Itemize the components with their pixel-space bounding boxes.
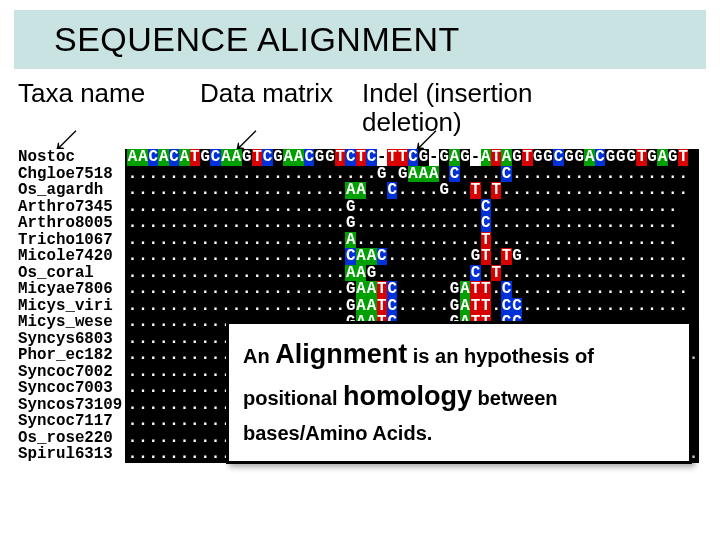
sequence-cell: . <box>439 248 449 265</box>
sequence-cell: . <box>335 248 345 265</box>
sequence-cell: G <box>345 298 355 315</box>
sequence-cell: . <box>148 199 158 216</box>
sequence-cell: . <box>533 265 543 282</box>
sequence-cell: . <box>210 182 220 199</box>
sequence-cell: . <box>190 430 200 447</box>
sequence-cell: . <box>501 232 511 249</box>
sequence-cell: . <box>512 281 522 298</box>
sequence-cell: . <box>605 298 615 315</box>
sequence-cell: . <box>335 166 345 183</box>
sequence-cell: A <box>449 149 459 166</box>
sequence-cell: . <box>657 265 667 282</box>
sequence-cell: . <box>553 199 563 216</box>
sequence-cell: . <box>200 265 210 282</box>
sequence-cell: A <box>345 182 355 199</box>
sequence-cell: . <box>366 166 376 183</box>
definition-line-3: bases/Amino Acids. <box>243 418 675 449</box>
sequence-cell: C <box>501 281 511 298</box>
sequence-cell: . <box>553 265 563 282</box>
sequence-cell: . <box>616 166 626 183</box>
sequence-cell: A <box>356 281 366 298</box>
sequence-cell: . <box>242 215 252 232</box>
sequence-cell: . <box>584 248 594 265</box>
sequence-cell: . <box>325 166 335 183</box>
taxa-name: Arthro7345 <box>18 199 122 216</box>
sequence-cell: . <box>242 199 252 216</box>
sequence-cell: . <box>356 199 366 216</box>
sequence-cell: . <box>657 199 667 216</box>
sequence-cell: . <box>657 248 667 265</box>
sequence-cell: . <box>158 199 168 216</box>
sequence-row: .....................G............C.....… <box>127 199 698 216</box>
sequence-cell: . <box>127 446 137 463</box>
sequence-cell: . <box>200 215 210 232</box>
sequence-cell: . <box>512 199 522 216</box>
sequence-cell: . <box>460 182 470 199</box>
sequence-cell: . <box>491 166 501 183</box>
sequence-cell: C <box>262 149 272 166</box>
sequence-cell: . <box>584 265 594 282</box>
sequence-cell: . <box>200 281 210 298</box>
sequence-cell: . <box>210 430 220 447</box>
sequence-cell: . <box>242 166 252 183</box>
sequence-cell: . <box>127 331 137 348</box>
sequence-cell: . <box>470 215 480 232</box>
sequence-cell: . <box>668 298 678 315</box>
sequence-cell: . <box>294 281 304 298</box>
sequence-cell: . <box>647 298 657 315</box>
sequence-cell: . <box>491 248 501 265</box>
taxa-name: Nostoc <box>18 149 122 166</box>
sequence-cell: . <box>522 265 532 282</box>
sequence-cell: A <box>657 149 667 166</box>
sequence-cell: . <box>449 248 459 265</box>
sequence-cell: . <box>449 265 459 282</box>
sequence-cell: . <box>158 446 168 463</box>
sequence-cell: . <box>294 166 304 183</box>
sequence-cell: G <box>273 149 283 166</box>
sequence-cell: . <box>221 215 231 232</box>
sequence-cell: . <box>169 331 179 348</box>
sequence-cell: C <box>304 149 314 166</box>
sequence-cell: . <box>127 298 137 315</box>
sequence-cell: . <box>439 298 449 315</box>
sequence-cell: . <box>574 248 584 265</box>
sequence-cell: . <box>387 215 397 232</box>
sequence-cell: G <box>439 182 449 199</box>
sequence-cell: . <box>647 182 657 199</box>
sequence-cell: C <box>345 248 355 265</box>
taxa-name: Syncoc7003 <box>18 380 122 397</box>
sequence-cell: G <box>366 265 376 282</box>
sequence-cell: . <box>148 397 158 414</box>
sequence-cell: . <box>460 215 470 232</box>
sequence-cell: . <box>564 199 574 216</box>
sequence-cell: . <box>543 166 553 183</box>
sequence-cell: . <box>366 199 376 216</box>
sequence-cell: . <box>138 215 148 232</box>
sequence-cell: . <box>210 281 220 298</box>
sequence-cell: . <box>636 182 646 199</box>
sequence-cell: . <box>574 281 584 298</box>
taxa-name: Syncys6803 <box>18 331 122 348</box>
sequence-cell: . <box>408 281 418 298</box>
sequence-cell: . <box>252 166 262 183</box>
sequence-cell: . <box>200 364 210 381</box>
sequence-cell: . <box>543 298 553 315</box>
sequence-cell: . <box>522 199 532 216</box>
sequence-cell: . <box>283 166 293 183</box>
sequence-cell: G <box>647 149 657 166</box>
sequence-cell: . <box>127 248 137 265</box>
sequence-cell: . <box>148 347 158 364</box>
sequence-cell: . <box>314 215 324 232</box>
sequence-cell: . <box>564 215 574 232</box>
sequence-cell: . <box>210 166 220 183</box>
sequence-cell: . <box>366 182 376 199</box>
sequence-cell: . <box>460 199 470 216</box>
sequence-cell: . <box>190 331 200 348</box>
sequence-cell: . <box>190 215 200 232</box>
sequence-cell: . <box>491 298 501 315</box>
sequence-cell: . <box>668 281 678 298</box>
sequence-cell: . <box>158 413 168 430</box>
sequence-cell: . <box>169 182 179 199</box>
sequence-cell: . <box>616 298 626 315</box>
sequence-cell: . <box>418 215 428 232</box>
